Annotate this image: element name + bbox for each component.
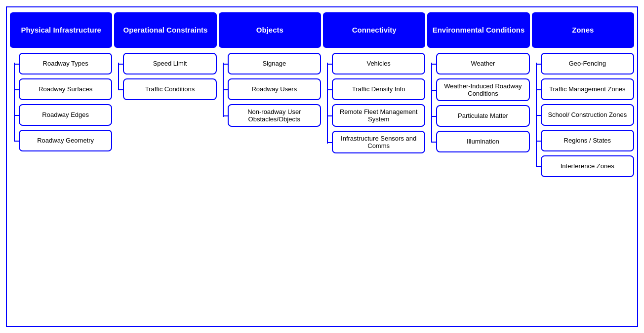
list-item: Particulate Matter [436,105,529,127]
list-item: Roadway Users [228,78,321,100]
list-item: Traffic Conditions [123,78,216,100]
column-zones: ZonesGeo-FencingTraffic Management Zones… [532,12,634,321]
header-operational-constraints: Operational Constraints [114,12,216,48]
list-item: Weather [436,53,529,74]
list-item: Roadway Edges [19,104,112,126]
child-box-zones-0: Geo-Fencing [541,53,634,74]
column-physical-infrastructure: Physical InfrastructureRoadway TypesRoad… [10,12,112,321]
child-box-connectivity-1: Traffic Density Info [332,78,425,100]
column-operational-constraints: Operational ConstraintsSpeed LimitTraffi… [114,12,216,321]
list-item: Infrastructure Sensors and Comms [332,131,425,153]
header-physical-infrastructure: Physical Infrastructure [10,12,112,48]
child-box-physical-infrastructure-1: Roadway Surfaces [19,78,112,100]
column-environmental-conditions: Environmental ConditionsWeatherWeather-I… [427,12,529,321]
child-box-physical-infrastructure-2: Roadway Edges [19,104,112,126]
list-item: Vehicles [332,53,425,74]
list-item: Geo-Fencing [541,53,634,74]
header-environmental-conditions: Environmental Conditions [427,12,529,48]
child-list-environmental-conditions: WeatherWeather-Induced Roadway Condition… [427,53,529,152]
child-box-environmental-conditions-1: Weather-Induced Roadway Conditions [436,78,529,101]
child-box-zones-4: Interference Zones [541,155,634,177]
header-zones: Zones [532,12,634,48]
child-box-operational-constraints-0: Speed Limit [123,53,216,74]
list-item: Interference Zones [541,155,634,177]
list-item: Remote Fleet Management System [332,104,425,127]
list-item: Roadway Types [19,53,112,74]
column-objects: ObjectsSignageRoadway UsersNon-roadway U… [219,12,321,321]
child-list-physical-infrastructure: Roadway TypesRoadway SurfacesRoadway Edg… [10,53,112,151]
list-item: Non-roadway User Obstacles/Objects [228,104,321,127]
list-item: Regions / States [541,130,634,151]
child-list-zones: Geo-FencingTraffic Management ZonesSchoo… [532,53,634,177]
child-box-physical-infrastructure-3: Roadway Geometry [19,130,112,151]
child-box-physical-infrastructure-0: Roadway Types [19,53,112,74]
list-item: Weather-Induced Roadway Conditions [436,78,529,101]
header-objects: Objects [219,12,321,48]
header-connectivity: Connectivity [323,12,425,48]
child-box-environmental-conditions-2: Particulate Matter [436,105,529,127]
child-box-operational-constraints-1: Traffic Conditions [123,78,216,100]
child-box-objects-1: Roadway Users [228,78,321,100]
list-item: Signage [228,53,321,74]
child-box-connectivity-2: Remote Fleet Management System [332,104,425,127]
list-item: Traffic Management Zones [541,78,634,100]
list-item: Roadway Surfaces [19,78,112,100]
child-list-operational-constraints: Speed LimitTraffic Conditions [114,53,216,100]
list-item: Traffic Density Info [332,78,425,100]
column-connectivity: ConnectivityVehiclesTraffic Density Info… [323,12,425,321]
child-box-environmental-conditions-0: Weather [436,53,529,74]
list-item: Roadway Geometry [19,130,112,151]
child-box-zones-3: Regions / States [541,130,634,151]
child-box-environmental-conditions-3: Illumination [436,131,529,152]
list-item: Speed Limit [123,53,216,74]
child-box-objects-0: Signage [228,53,321,74]
diagram-wrapper: Physical InfrastructureRoadway TypesRoad… [6,6,638,327]
list-item: School/ Construction Zones [541,104,634,126]
child-box-objects-2: Non-roadway User Obstacles/Objects [228,104,321,127]
child-box-zones-1: Traffic Management Zones [541,78,634,100]
child-list-connectivity: VehiclesTraffic Density InfoRemote Fleet… [323,53,425,153]
child-box-connectivity-0: Vehicles [332,53,425,74]
child-list-objects: SignageRoadway UsersNon-roadway User Obs… [219,53,321,127]
list-item: Illumination [436,131,529,152]
child-box-zones-2: School/ Construction Zones [541,104,634,126]
child-box-connectivity-3: Infrastructure Sensors and Comms [332,131,425,153]
